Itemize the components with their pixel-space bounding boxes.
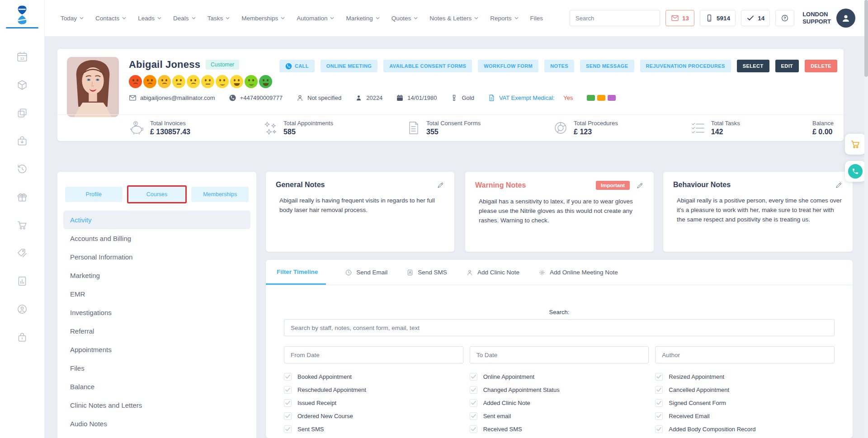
mood-emoji-10[interactable] <box>259 75 272 88</box>
nav-leads[interactable]: Leads <box>138 15 161 22</box>
filter-sent-sms[interactable]: Sent SMS <box>284 425 463 433</box>
menu-audio-notes[interactable]: Audio Notes <box>63 414 250 433</box>
tab-filter-timeline[interactable]: Filter Timeline <box>266 260 326 285</box>
mood-emoji-6[interactable] <box>201 75 214 88</box>
client-phone[interactable]: +447490009777 <box>229 94 283 102</box>
menu-appointments[interactable]: Appointments <box>63 340 250 359</box>
available-consent-forms-button[interactable]: AVAILABLE CONSENT FORMS <box>383 60 472 72</box>
filter-resized-appointment[interactable]: Resized Appointment <box>655 373 835 381</box>
edit-pencil-icon[interactable] <box>437 181 444 189</box>
menu-marketing[interactable]: Marketing <box>63 266 250 285</box>
notes-button[interactable]: NOTES <box>544 60 574 72</box>
menu-clinic-notes-and-letters[interactable]: Clinic Notes and Letters <box>63 396 250 414</box>
client-email[interactable]: abigailjones@mailinator.com <box>129 94 215 102</box>
mood-emoji-5[interactable] <box>187 75 200 88</box>
to-date-input[interactable] <box>470 346 649 363</box>
tab-send-sms[interactable]: Send SMS <box>406 260 447 285</box>
gift-icon[interactable] <box>16 191 28 203</box>
tasks-counter-button[interactable]: 14 <box>741 10 770 26</box>
tags-icon[interactable] <box>16 247 28 259</box>
edit-pencil-icon[interactable] <box>835 181 843 189</box>
nav-notes-letters[interactable]: Notes & Letters <box>429 15 478 22</box>
online-meeting-button[interactable]: ONLINE MEETING <box>321 60 377 72</box>
timeline-search-input[interactable] <box>284 319 835 336</box>
nav-quotes[interactable]: Quotes <box>392 15 418 22</box>
filter-added-body-composition-record[interactable]: Added Body Composition Record <box>655 425 835 433</box>
scrollbar-thumb[interactable] <box>864 0 868 77</box>
rejuvenation-procedures-button[interactable]: REJUVENATION PROCEDURES <box>640 60 731 72</box>
products-cube-icon[interactable] <box>16 79 28 91</box>
duplicate-icon[interactable] <box>16 107 28 119</box>
mail-counter-button[interactable]: 13 <box>665 10 694 26</box>
filter-changed-appointment-status[interactable]: Changed Appointment Status <box>470 386 649 394</box>
tab-profile[interactable]: Profile <box>65 187 123 202</box>
nav-reports[interactable]: Reports <box>490 15 518 22</box>
menu-balance[interactable]: Balance <box>63 377 250 396</box>
call-button[interactable]: CALL <box>279 60 315 72</box>
filter-added-clinic-note[interactable]: Added Clinic Note <box>470 399 649 407</box>
tab-add-clinic-note[interactable]: Add Clinic Note <box>466 260 519 285</box>
reports-icon[interactable] <box>16 275 28 287</box>
filter-signed-consent-form[interactable]: Signed Consent Form <box>655 399 835 407</box>
mood-emoji-7[interactable] <box>216 75 229 88</box>
mood-emoji-1[interactable] <box>129 75 142 88</box>
delete-button[interactable]: DELETE <box>805 60 837 72</box>
tag-green[interactable] <box>587 95 595 101</box>
mood-emoji-2[interactable] <box>143 75 156 88</box>
filter-received-email[interactable]: Received Email <box>655 412 835 420</box>
cart-icon[interactable] <box>16 219 28 231</box>
edit-button[interactable]: EDIT <box>775 60 799 72</box>
calendar-icon[interactable]: 12 <box>16 51 28 63</box>
quick-cart-button[interactable] <box>845 134 866 155</box>
phone-counter-button[interactable]: 5914 <box>700 10 736 26</box>
nav-tasks[interactable]: Tasks <box>208 15 230 22</box>
menu-investigations[interactable]: Investigations <box>63 303 250 322</box>
tab-memberships[interactable]: Memberships <box>191 187 249 202</box>
nav-today[interactable]: Today <box>61 15 84 22</box>
filter-received-sms[interactable]: Received SMS <box>470 425 649 433</box>
basket-icon[interactable] <box>16 135 28 147</box>
filter-issued-receipt[interactable]: Issued Receipt <box>284 399 463 407</box>
nav-contacts[interactable]: Contacts <box>95 15 126 22</box>
quick-call-button[interactable] <box>845 161 866 182</box>
menu-referral[interactable]: Referral <box>63 322 250 340</box>
filter-booked-appointment[interactable]: Booked Appointment <box>284 373 463 381</box>
mood-emoji-8[interactable] <box>230 75 243 88</box>
mood-emoji-3[interactable] <box>158 75 171 88</box>
tab-send-email[interactable]: Send Email <box>345 260 387 285</box>
nav-automation[interactable]: Automation <box>297 15 334 22</box>
menu-emr[interactable]: EMR <box>63 285 250 303</box>
mood-emoji-4[interactable] <box>172 75 185 88</box>
nav-deals[interactable]: Deals <box>173 15 196 22</box>
user-avatar[interactable] <box>836 9 855 28</box>
workflow-form-button[interactable]: WORKFLOW FORM <box>478 60 538 72</box>
tab-add-online-meeting-note[interactable]: Add Online Meeting Note <box>538 260 618 285</box>
select-button[interactable]: SELECT <box>737 60 769 72</box>
filter-online-appointment[interactable]: Online Appointment <box>470 373 649 381</box>
tag-orange[interactable] <box>597 95 605 101</box>
filter-sent-email[interactable]: Sent email <box>470 412 649 420</box>
nav-files[interactable]: Files <box>530 15 543 22</box>
global-search-input[interactable] <box>570 15 660 22</box>
menu-personal-information[interactable]: Personal Information <box>63 248 250 266</box>
help-button[interactable]: ? <box>775 10 794 26</box>
nav-marketing[interactable]: Marketing <box>346 15 379 22</box>
app-logo[interactable] <box>6 4 38 28</box>
mood-emoji-9[interactable] <box>245 75 258 88</box>
tag-purple[interactable] <box>608 95 616 101</box>
history-icon[interactable] <box>16 163 28 175</box>
send-message-button[interactable]: SEND MESSAGE <box>580 60 634 72</box>
edit-pencil-icon[interactable] <box>636 182 644 189</box>
lock-case-icon[interactable] <box>16 331 28 343</box>
filter-ordered-new-course[interactable]: Ordered New Course <box>284 412 463 420</box>
nav-memberships[interactable]: Memberships <box>241 15 285 22</box>
vat-exempt-status[interactable]: VAT Exempt Medical: Yes <box>488 94 573 102</box>
menu-drinks[interactable]: Drinks <box>63 433 250 438</box>
filter-rescheduled-appointment[interactable]: Rescheduled Appointment <box>284 386 463 394</box>
author-input[interactable] <box>655 346 835 363</box>
from-date-input[interactable] <box>284 346 463 363</box>
menu-files[interactable]: Files <box>63 359 250 377</box>
menu-activity[interactable]: Activity <box>63 211 250 229</box>
tab-courses[interactable]: Courses <box>127 185 187 203</box>
menu-accounts-and-billing[interactable]: Accounts and Billing <box>63 229 250 248</box>
